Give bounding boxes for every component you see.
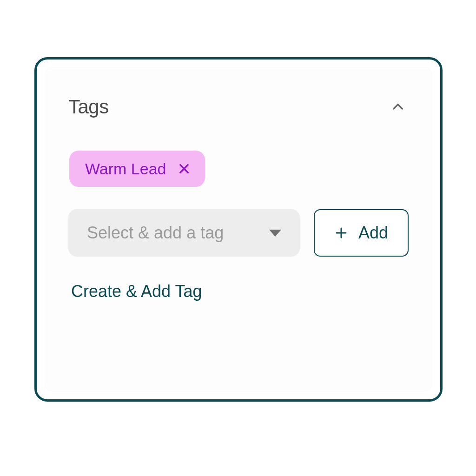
tags-panel-body: Tags Warm Lead Select & add a tag <box>45 68 432 391</box>
add-button[interactable]: Add <box>314 209 409 257</box>
add-tag-row: Select & add a tag Add <box>68 209 409 257</box>
add-button-label: Add <box>358 223 388 243</box>
tag-select[interactable]: Select & add a tag <box>68 209 300 257</box>
tag-select-placeholder: Select & add a tag <box>87 223 224 243</box>
tags-list: Warm Lead <box>68 151 409 187</box>
caret-down-icon <box>269 230 281 237</box>
section-title: Tags <box>68 96 109 118</box>
collapse-toggle[interactable] <box>389 98 407 116</box>
create-add-tag-link[interactable]: Create & Add Tag <box>68 282 409 301</box>
tag-chip: Warm Lead <box>69 151 205 187</box>
tag-remove-button[interactable] <box>177 162 191 176</box>
plus-icon <box>334 226 348 240</box>
section-header: Tags <box>68 96 409 118</box>
close-icon <box>178 162 191 175</box>
tags-panel: Tags Warm Lead Select & add a tag <box>34 57 443 402</box>
chevron-up-icon <box>390 99 405 114</box>
tag-label: Warm Lead <box>85 161 166 177</box>
